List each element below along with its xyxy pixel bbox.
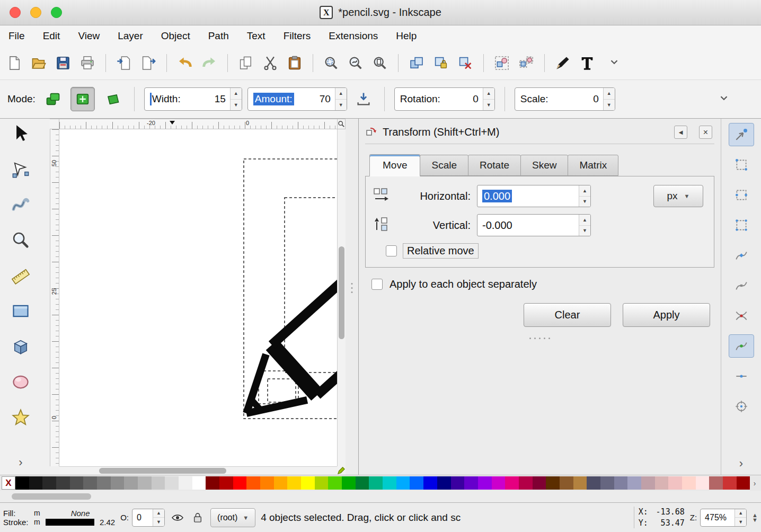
- palette-scrollbar-thumb[interactable]: [12, 493, 91, 500]
- create-clone-icon[interactable]: [430, 52, 452, 74]
- open-document-icon[interactable]: [28, 52, 50, 74]
- drawing-canvas[interactable]: [59, 129, 337, 466]
- toolbar-overflow-chevron-icon[interactable]: [608, 56, 621, 70]
- copy-icon[interactable]: [235, 52, 257, 74]
- vertical-ruler[interactable]: 50 25 0: [50, 129, 59, 466]
- palette-swatch[interactable]: [396, 476, 410, 490]
- vertical-scrollbar[interactable]: [337, 129, 346, 466]
- undo-icon[interactable]: [174, 52, 196, 74]
- palette-swatch[interactable]: [492, 476, 506, 490]
- zoom-drawing-icon[interactable]: [344, 52, 367, 74]
- layer-visibility-icon[interactable]: [170, 510, 185, 526]
- divider-grip[interactable]: [351, 283, 353, 293]
- palette-swatch[interactable]: [124, 476, 138, 490]
- menu-extensions[interactable]: Extensions: [329, 30, 378, 42]
- tab-move[interactable]: Move: [369, 154, 420, 176]
- vertical-spinner[interactable]: ▲▼: [579, 215, 590, 236]
- menu-view[interactable]: View: [78, 30, 100, 42]
- palette-swatch[interactable]: [478, 476, 492, 490]
- new-document-icon[interactable]: [3, 52, 25, 74]
- apply-button[interactable]: Apply: [623, 303, 710, 327]
- menu-edit[interactable]: Edit: [43, 30, 60, 42]
- palette-swatch[interactable]: [29, 476, 43, 490]
- rotation-spinner[interactable]: ▲▼: [483, 88, 494, 110]
- palette-swatch[interactable]: [179, 476, 192, 490]
- palette-swatch[interactable]: [600, 476, 614, 490]
- layer-dropdown[interactable]: (root) ▼: [210, 508, 255, 527]
- tab-matrix[interactable]: Matrix: [568, 155, 618, 176]
- panel-back-button[interactable]: ◀: [674, 126, 687, 139]
- palette-swatch[interactable]: [356, 476, 369, 490]
- vertical-scrollbar-thumb[interactable]: [339, 246, 344, 339]
- palette-swatch[interactable]: [464, 476, 478, 490]
- palette-swatch[interactable]: [505, 476, 519, 490]
- palette-swatch[interactable]: [737, 476, 750, 490]
- palette-overflow-chevron-icon[interactable]: ›: [750, 476, 759, 490]
- zoom-tool-icon[interactable]: [7, 229, 34, 251]
- horizontal-scrollbar[interactable]: [59, 466, 337, 475]
- palette-swatch[interactable]: [315, 476, 329, 490]
- palette-swatch[interactable]: [15, 476, 29, 490]
- palette-swatch[interactable]: [152, 476, 165, 490]
- ungroup-icon[interactable]: [515, 52, 537, 74]
- group-icon[interactable]: [491, 52, 513, 74]
- toolbox-expander-chevron-icon[interactable]: ›: [19, 456, 22, 469]
- panel-close-button[interactable]: ×: [699, 126, 712, 139]
- palette-swatch[interactable]: [423, 476, 437, 490]
- tweak-move-mode-icon[interactable]: [41, 87, 65, 111]
- color-management-icon[interactable]: [337, 466, 346, 475]
- snap-bounding-box-icon[interactable]: [729, 153, 754, 176]
- snap-nodes-icon[interactable]: [729, 244, 754, 267]
- zoom-region-icon[interactable]: [337, 119, 346, 129]
- palette-swatch[interactable]: [587, 476, 600, 490]
- fill-stroke-dialog-icon[interactable]: [552, 52, 574, 74]
- options-overflow-chevron-icon[interactable]: [718, 92, 730, 107]
- zoom-spinbox[interactable]: 475% ▲▼: [700, 509, 747, 527]
- relative-move-label[interactable]: Relative move: [403, 243, 479, 259]
- opacity-spinner[interactable]: ▲▼: [153, 509, 164, 526]
- opacity-spinbox[interactable]: 0 ▲▼: [132, 509, 165, 527]
- horizontal-scrollbar-thumb[interactable]: [99, 468, 226, 474]
- unlink-clone-icon[interactable]: [454, 52, 476, 74]
- palette-swatch[interactable]: [451, 476, 465, 490]
- zoom-spinner[interactable]: ▲▼: [735, 509, 746, 526]
- palette-swatch[interactable]: [614, 476, 628, 490]
- redo-icon[interactable]: [198, 52, 220, 74]
- palette-swatch[interactable]: [383, 476, 396, 490]
- fill-stroke-indicator[interactable]: Fill: m None Stroke: m 2.42: [3, 509, 115, 527]
- tweak-jitter-mode-icon[interactable]: [100, 87, 125, 111]
- palette-swatch[interactable]: [138, 476, 152, 490]
- export-icon[interactable]: [137, 52, 160, 74]
- palette-swatch[interactable]: [546, 476, 560, 490]
- text-dialog-icon[interactable]: [576, 52, 598, 74]
- menu-text[interactable]: Text: [247, 30, 266, 42]
- palette-swatch[interactable]: [192, 476, 206, 490]
- tab-skew[interactable]: Skew: [520, 155, 568, 176]
- width-spinbox[interactable]: Width: 15 ▲▼: [144, 87, 242, 111]
- rectangle-tool-icon[interactable]: [7, 300, 34, 322]
- palette-swatch[interactable]: [709, 476, 723, 490]
- unit-dropdown[interactable]: px ▼: [653, 185, 703, 207]
- rotation-spinbox[interactable]: Rotation: 0 ▲▼: [394, 87, 495, 111]
- cut-icon[interactable]: [259, 52, 281, 74]
- menu-filters[interactable]: Filters: [284, 30, 311, 42]
- palette-swatch[interactable]: [206, 476, 219, 490]
- snap-path-intersections-icon[interactable]: [729, 304, 754, 327]
- duplicate-icon[interactable]: [405, 52, 428, 74]
- snapbar-expander-chevron-icon[interactable]: ›: [739, 457, 743, 471]
- star-tool-icon[interactable]: [7, 407, 34, 428]
- palette-swatch[interactable]: [573, 476, 587, 490]
- palette-swatch[interactable]: [668, 476, 682, 490]
- palette-swatch[interactable]: [274, 476, 288, 490]
- node-editor-tool-icon[interactable]: [7, 158, 34, 180]
- horizontal-ruler[interactable]: -20 0: [59, 119, 337, 129]
- palette-swatch[interactable]: [560, 476, 573, 490]
- palette-swatch[interactable]: [97, 476, 111, 490]
- palette-swatch[interactable]: [655, 476, 669, 490]
- ellipse-tool-icon[interactable]: [7, 371, 34, 393]
- panel-resize-grip[interactable]: [529, 338, 550, 339]
- selector-tool-icon[interactable]: [7, 123, 34, 144]
- palette-swatch[interactable]: [437, 476, 451, 490]
- stroke-color-swatch[interactable]: [46, 519, 94, 526]
- snap-smooth-nodes-icon[interactable]: [729, 334, 754, 358]
